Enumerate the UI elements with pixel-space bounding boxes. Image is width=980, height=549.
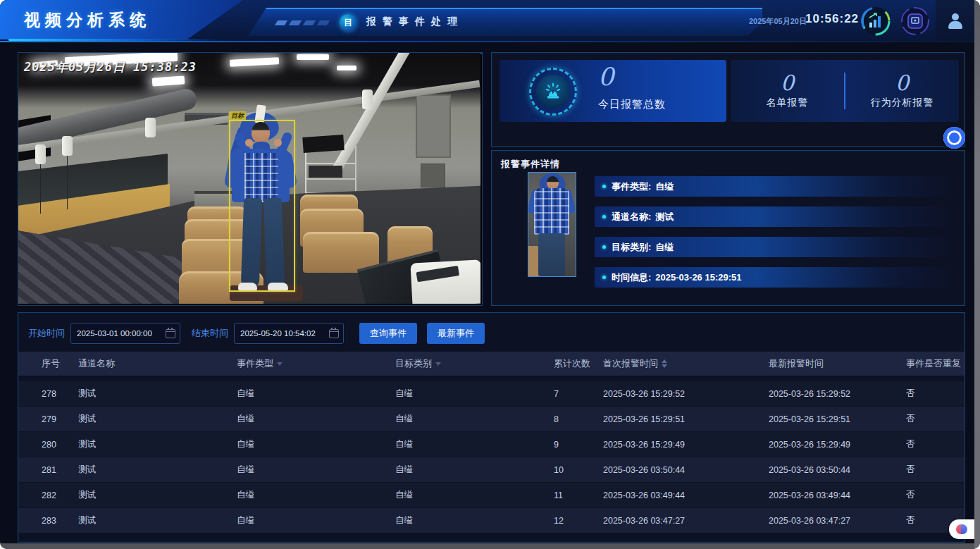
video-timestamp: 2025年03月26日 15:38:23: [27, 59, 197, 75]
events-panel: 开始时间 结束时间 查询事件 最新事件 序号 通道名称 事件类型 目标类别 累计…: [18, 312, 965, 543]
table-header: 序号 通道名称 事件类型 目标类别 累计次数 首次报警时间 最新报警时间 事件是…: [18, 352, 965, 376]
extension-pill[interactable]: [949, 519, 974, 539]
table-cell: 278: [42, 389, 78, 399]
app-title: 视频分析系统: [24, 9, 151, 31]
table-cell: 283: [42, 516, 78, 526]
table-cell: 测试: [78, 388, 237, 400]
table-cell: 2025-03-26 15:29:52: [769, 389, 906, 399]
col-index: 序号: [42, 357, 78, 370]
table-cell: 自缢: [395, 413, 554, 425]
table-cell: 2025-03-26 15:29:49: [603, 440, 769, 450]
query-events-button[interactable]: 查询事件: [359, 323, 417, 344]
col-event-type[interactable]: 事件类型: [237, 357, 395, 370]
table-row[interactable]: 279测试自缢自缢82025-03-26 15:29:512025-03-26 …: [18, 407, 965, 432]
table-cell: 自缢: [395, 489, 554, 501]
table-body: 278测试自缢自缢72025-03-26 15:29:522025-03-26 …: [18, 381, 965, 533]
calendar-icon[interactable]: [166, 329, 175, 338]
table-cell: 测试: [78, 438, 237, 450]
table-row[interactable]: 283测试自缢自缢122025-03-26 03:47:272025-03-26…: [18, 508, 965, 533]
detail-field-event-type: 事件类型: 自缢: [595, 176, 952, 197]
latest-events-button[interactable]: 最新事件: [427, 323, 485, 344]
list-icon: 目: [340, 14, 356, 31]
table-cell: 自缢: [237, 413, 395, 425]
bullet-icon: [602, 276, 606, 279]
stat-label-behavior: 行为分析报警: [871, 97, 934, 109]
stat-label-list: 名单报警: [767, 97, 809, 109]
filter-caret-icon[interactable]: [435, 362, 441, 366]
bullet-icon: [602, 215, 606, 218]
table-cell: 282: [42, 491, 78, 500]
table-cell: 否: [906, 464, 965, 476]
table-cell: 测试: [78, 489, 237, 501]
table-cell: 279: [42, 414, 78, 424]
stat-label-total: 今日报警总数: [598, 98, 666, 111]
detail-field-channel-name: 通道名称: 测试: [595, 206, 952, 227]
table-cell: 12: [554, 516, 603, 526]
table-cell: 2025-03-26 15:29:51: [603, 414, 769, 424]
stat-card-side: 0 名单报警 0 行为分析报警: [731, 60, 959, 122]
stat-card-total-alarms: 0 今日报警总数: [500, 60, 726, 122]
table-cell: 自缢: [395, 388, 554, 400]
bullet-icon: [602, 185, 606, 188]
col-latest-alarm-time: 最新报警时间: [769, 357, 906, 370]
calendar-icon[interactable]: [329, 329, 339, 338]
table-cell: 测试: [78, 514, 237, 526]
table-cell: 7: [554, 389, 603, 399]
end-time-label: 结束时间: [192, 327, 228, 340]
table-cell: 2025-03-26 15:29:52: [603, 389, 769, 399]
table-row[interactable]: 281测试自缢自缢102025-03-26 03:50:442025-03-26…: [18, 457, 965, 483]
table-cell: 2025-03-26 15:29:51: [769, 414, 906, 424]
user-avatar-button[interactable]: [936, 0, 974, 42]
table-cell: 280: [42, 440, 78, 450]
header-date: 2025年05月20日: [749, 16, 807, 27]
start-time-input[interactable]: [70, 323, 180, 344]
header: 视频分析系统 目 报警事件处理 2025年05月20日 10:56:22: [0, 0, 974, 42]
table-row[interactable]: 278测试自缢自缢72025-03-26 15:29:522025-03-26 …: [18, 381, 965, 407]
col-target-category[interactable]: 目标类别: [395, 357, 554, 370]
detail-field-target-category: 目标类别: 自缢: [595, 237, 952, 257]
video-scene[interactable]: 目标 2025年03月26日 15:38:23: [18, 53, 480, 304]
table-cell: 自缢: [395, 438, 554, 450]
table-cell: 自缢: [395, 464, 554, 476]
query-bar: 开始时间 结束时间 查询事件 最新事件: [28, 323, 495, 344]
bullet-icon: [602, 245, 606, 249]
table-cell: 自缢: [237, 388, 395, 400]
table-row[interactable]: 280测试自缢自缢92025-03-26 15:29:492025-03-26 …: [18, 432, 965, 457]
event-thumbnail[interactable]: [528, 172, 576, 277]
start-time-label: 开始时间: [28, 327, 65, 340]
table-cell: 2025-03-26 03:50:44: [769, 465, 906, 475]
table-cell: 自缢: [395, 514, 554, 526]
table-cell: 9: [554, 440, 603, 450]
table-cell: 281: [42, 465, 78, 475]
monitor-ring-icon[interactable]: [900, 6, 931, 37]
table-cell: 否: [906, 438, 965, 450]
table-cell: 11: [554, 491, 603, 500]
header-time: 10:56:22: [805, 12, 859, 26]
nav-bar: 目 报警事件处理: [248, 8, 762, 36]
table-cell: 2025-03-26 03:47:27: [603, 516, 769, 526]
col-channel-name: 通道名称: [78, 357, 237, 370]
stat-behavior-alarms: 0 行为分析报警: [845, 60, 959, 122]
details-title: 报警事件详情: [501, 158, 560, 171]
table-row[interactable]: 282测试自缢自缢112025-03-26 03:49:442025-03-26…: [18, 483, 965, 508]
window-scrollbar[interactable]: [974, 0, 980, 549]
table-cell: 自缢: [237, 514, 395, 526]
play-button[interactable]: [943, 127, 965, 149]
person-icon: [948, 13, 963, 29]
sort-icon[interactable]: [662, 359, 667, 368]
col-first-alarm-time[interactable]: 首次报警时间: [603, 357, 769, 370]
stat-value-list: 0: [781, 73, 794, 94]
filter-caret-icon[interactable]: [277, 362, 283, 366]
table-cell: 10: [554, 465, 603, 475]
table-cell: 2025-03-26 03:50:44: [603, 465, 769, 475]
alarm-details-panel: 报警事件详情 事件类型: 自缢 通道名称: 测试 目标类别:: [491, 150, 965, 306]
alarm-siren-icon: [529, 68, 577, 116]
table-cell: 测试: [78, 413, 237, 425]
table-cell: 8: [554, 414, 603, 424]
analytics-ring-icon[interactable]: [860, 6, 891, 37]
end-time-input[interactable]: [234, 323, 344, 344]
tab-alarm-event-processing[interactable]: 报警事件处理: [366, 16, 464, 28]
table-cell: 否: [906, 413, 965, 425]
detail-fields: 事件类型: 自缢 通道名称: 测试 目标类别: 自缢 时间信息: 2025-03…: [595, 176, 952, 297]
detail-field-time-info: 时间信息: 2025-03-26 15:29:51: [595, 267, 952, 288]
